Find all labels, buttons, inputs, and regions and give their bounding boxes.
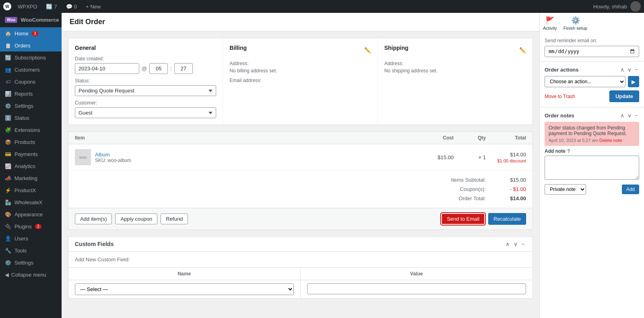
sidebar-item-extensions[interactable]: 🧩 Extensions [0, 124, 62, 136]
billing-edit-btn[interactable]: ✏️ [364, 47, 371, 53]
avatar [630, 1, 641, 12]
recalculate-button[interactable]: Recalculate [488, 213, 526, 225]
refund-button[interactable]: Refund [161, 213, 188, 224]
page-title-bar: Edit Order [62, 13, 539, 31]
sidebar-item-appearance[interactable]: 🎨 Appearance [0, 208, 62, 220]
sidebar-item-tools[interactable]: 🔧 Tools [0, 244, 62, 256]
sidebar-item-settings[interactable]: ⚙️ Settings [0, 100, 62, 112]
note-textarea[interactable] [545, 156, 639, 180]
collapse-menu-btn[interactable]: ◀ Collapse menu [0, 269, 62, 281]
sidebar-item-label-orders: Orders [14, 43, 31, 49]
new-button[interactable]: + New [83, 4, 103, 10]
sidebar-item-orders[interactable]: 📋 Orders [0, 39, 62, 51]
action-select-dropdown[interactable]: Choose an action... [545, 76, 625, 87]
sidebar-item-label-products: Products [14, 139, 35, 145]
right-panel: 🚩 Activity ⚙️ Finish setup Send reminder… [539, 13, 644, 318]
sidebar-item-label-wholesalex: WholesaleX [14, 199, 42, 205]
chevron-down-btn[interactable]: ∨ [512, 241, 519, 247]
apply-coupon-button[interactable]: Apply coupon [115, 213, 157, 224]
coupons-value: - $1.00 [494, 186, 526, 192]
delete-note-link[interactable]: Delete note [599, 138, 622, 143]
finish-setup-button[interactable]: ⚙️ Finish setup [564, 16, 587, 31]
woo-thumb-label: woo [79, 155, 87, 160]
note-type-select[interactable]: Private note [545, 184, 586, 195]
note-bubble: Order status changed from Pending paymen… [545, 122, 639, 146]
shipping-edit-btn[interactable]: ✏️ [519, 47, 526, 53]
top-bar: W WPXPO 🔄 7 💬 0 + New Howdy, shihab [0, 0, 644, 13]
settings-icon: ⚙️ [5, 103, 11, 109]
action-btns-left: Add item(s) Apply coupon Refund [75, 213, 188, 224]
site-name[interactable]: WPXPO [15, 4, 39, 10]
item-name-link[interactable]: Album [95, 152, 110, 158]
sidebar-item-products[interactable]: 📦 Products [0, 136, 62, 148]
cf-value-input[interactable] [307, 283, 526, 294]
action-buttons-row: Add item(s) Apply coupon Refund Send to … [68, 208, 533, 230]
email-label: Email address: [229, 78, 371, 83]
payments-icon: 💳 [5, 151, 11, 157]
sidebar-item-payments[interactable]: 💳 Payments [0, 148, 62, 160]
sidebar-item-coupons[interactable]: 🏷 Coupons [0, 76, 62, 88]
colon-sep: : [170, 66, 172, 72]
sidebar-item-reports[interactable]: 📊 Reports [0, 88, 62, 100]
add-note-button[interactable]: Add [622, 185, 639, 194]
sidebar: Woo WooCommerce 🏠 Home 3 📋 Orders 🔄 Subs… [0, 13, 62, 318]
customer-select[interactable]: Guest [75, 107, 216, 118]
note-meta: April 10, 2023 at 5:27 am Delete note [549, 138, 635, 143]
time-min-input[interactable] [174, 63, 193, 74]
top-bar-right: Howdy, shihab [593, 1, 641, 12]
sidebar-item-label-extensions: Extensions [14, 127, 40, 133]
add-items-button[interactable]: Add item(s) [75, 213, 112, 224]
order-actions-down-btn[interactable]: ∨ [626, 66, 633, 73]
discount-note: $1.00 discount [486, 158, 526, 163]
chevron-minimize-btn[interactable]: − [520, 241, 526, 247]
main-area: Woo WooCommerce 🏠 Home 3 📋 Orders 🔄 Subs… [0, 13, 644, 318]
sidebar-item-wholesalex[interactable]: 🏪 WholesaleX [0, 196, 62, 208]
shipping-address-label: Address: [384, 61, 526, 66]
shipping-section: Shipping ✏️ Address: No shipping address… [378, 38, 533, 125]
time-hour-input[interactable] [149, 63, 168, 74]
sidebar-item-analytics[interactable]: 📈 Analytics [0, 160, 62, 172]
sidebar-item-label-home: Home [14, 31, 29, 37]
billing-title-row: Billing ✏️ [229, 45, 371, 56]
sidebar-item-subscriptions[interactable]: 🔄 Subscriptions [0, 51, 62, 64]
sidebar-item-plugins[interactable]: 🔌 Plugins 3 [0, 220, 62, 232]
updates-icon[interactable]: 🔄 7 [43, 4, 59, 10]
page-title: Edit Order [70, 18, 105, 26]
content-body: General Date created: @ : Status: [62, 31, 539, 305]
reports-icon: 📊 [5, 90, 11, 97]
order-actions-up-btn[interactable]: ∧ [619, 66, 625, 73]
coupons-row: Coupon(s): - $1.00 [75, 185, 526, 194]
sidebar-item-marketing[interactable]: 📣 Marketing [0, 172, 62, 184]
order-total-label: Order Total: [438, 195, 486, 201]
sidebar-item-customers[interactable]: 👥 Customers [0, 64, 62, 76]
sidebar-item-label-subscriptions: Subscriptions [14, 55, 46, 61]
sidebar-item-users[interactable]: 👤 Users [0, 232, 62, 244]
update-button[interactable]: Update [609, 90, 639, 102]
move-to-trash-link[interactable]: Move to Trash [545, 94, 575, 99]
sidebar-item-status[interactable]: ℹ️ Status [0, 112, 62, 124]
order-actions-minimize-btn[interactable]: − [634, 66, 639, 73]
reminder-date-input[interactable] [545, 46, 639, 57]
sidebar-item-settings2[interactable]: ⚙️ Settings [0, 256, 62, 269]
send-to-email-button[interactable]: Send to Email [441, 213, 485, 225]
sidebar-item-label-productx: ProductX [14, 187, 36, 193]
status-select[interactable]: Pending Quote Request [75, 85, 216, 96]
order-notes-minimize-btn[interactable]: − [634, 112, 639, 119]
sidebar-item-productx[interactable]: ⚡ ProductX [0, 184, 62, 196]
comments-icon[interactable]: 💬 0 [64, 4, 79, 10]
activity-button[interactable]: 🚩 Activity [543, 16, 557, 31]
chevron-up-btn[interactable]: ∧ [504, 241, 511, 247]
action-go-button[interactable]: ▶ [628, 76, 639, 87]
cf-name-select[interactable]: — Select — [75, 283, 294, 295]
customers-icon: 👥 [5, 66, 11, 73]
date-input[interactable] [75, 63, 139, 74]
finish-setup-icon: ⚙️ [571, 16, 580, 25]
customer-label: Customer: [75, 100, 216, 106]
sidebar-item-label-payments: Payments [14, 151, 38, 157]
order-notes-down-btn[interactable]: ∨ [626, 112, 633, 119]
cf-name-col: — Select — [68, 280, 301, 298]
sidebar-item-home[interactable]: 🏠 Home 3 [0, 27, 62, 39]
sidebar-item-label-tools: Tools [14, 248, 27, 254]
order-notes-up-btn[interactable]: ∧ [619, 112, 625, 119]
shipping-address-value: No shipping address set. [384, 68, 526, 74]
